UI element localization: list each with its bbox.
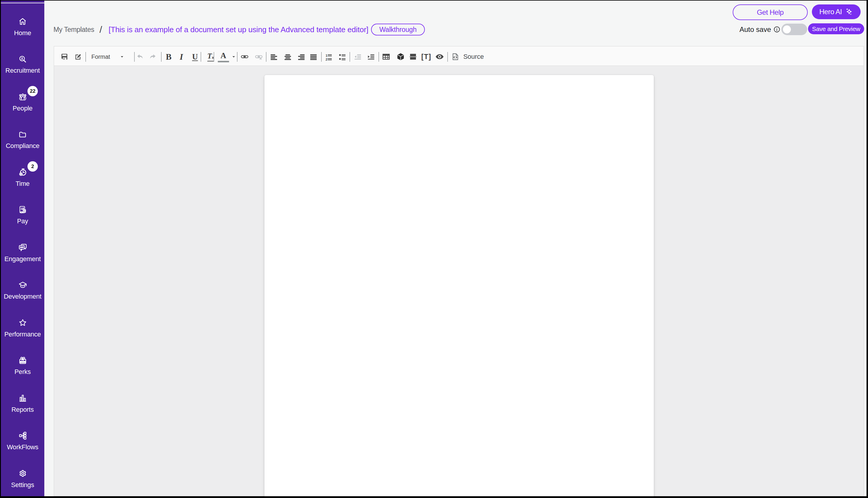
svg-text:2: 2 <box>326 57 327 61</box>
svg-text:1: 1 <box>326 54 327 57</box>
